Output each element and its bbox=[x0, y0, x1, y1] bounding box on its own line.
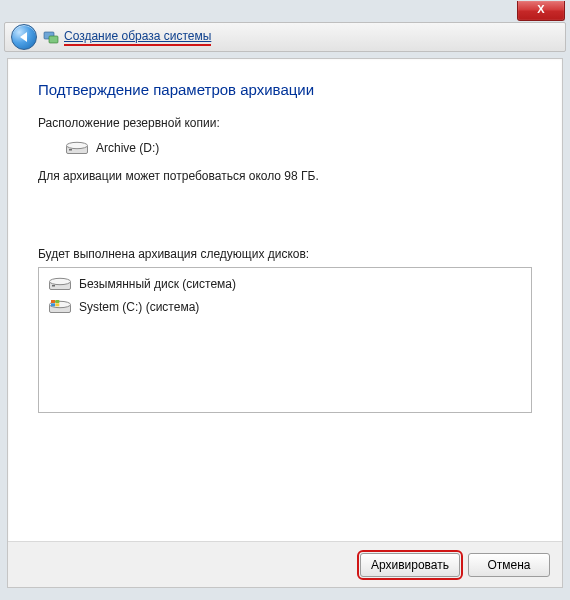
backup-drive-row: Archive (D:) bbox=[38, 140, 532, 155]
windows-drive-icon bbox=[49, 299, 71, 314]
close-icon: X bbox=[537, 3, 544, 15]
svg-rect-11 bbox=[55, 300, 59, 303]
svg-rect-10 bbox=[51, 300, 55, 303]
list-item[interactable]: Безымянный диск (система) bbox=[43, 272, 527, 295]
disk-name: Безымянный диск (система) bbox=[79, 277, 236, 291]
system-image-icon bbox=[43, 29, 59, 45]
titlebar: X bbox=[0, 0, 570, 22]
list-item[interactable]: System (C:) (система) bbox=[43, 295, 527, 318]
hard-drive-icon bbox=[49, 276, 71, 291]
button-bar: Архивировать Отмена bbox=[8, 541, 562, 587]
back-arrow-icon bbox=[20, 32, 27, 42]
svg-rect-12 bbox=[51, 303, 55, 306]
page-title: Подтверждение параметров архивации bbox=[38, 81, 532, 98]
svg-rect-4 bbox=[69, 149, 72, 151]
svg-rect-1 bbox=[49, 36, 58, 43]
window-frame: X Создание образа системы Подтверждение … bbox=[0, 0, 570, 600]
disk-list-label: Будет выполнена архивация следующих диск… bbox=[38, 247, 532, 261]
svg-rect-13 bbox=[55, 303, 59, 306]
svg-point-6 bbox=[50, 278, 71, 284]
back-button[interactable] bbox=[11, 24, 37, 50]
svg-point-3 bbox=[67, 142, 88, 148]
main-panel: Подтверждение параметров архивации Распо… bbox=[7, 58, 563, 588]
svg-rect-7 bbox=[52, 285, 55, 287]
close-button[interactable]: X bbox=[517, 1, 565, 21]
disk-name: System (C:) (система) bbox=[79, 300, 199, 314]
backup-size-estimate: Для архивации может потребоваться около … bbox=[38, 169, 532, 183]
disks-listbox[interactable]: Безымянный диск (система) System ( bbox=[38, 267, 532, 413]
content-area: Подтверждение параметров архивации Распо… bbox=[8, 59, 562, 413]
backup-drive-name: Archive (D:) bbox=[96, 141, 159, 155]
breadcrumb-link[interactable]: Создание образа системы bbox=[64, 29, 211, 46]
hard-drive-icon bbox=[66, 140, 88, 155]
header-bar: Создание образа системы bbox=[4, 22, 566, 52]
archive-button[interactable]: Архивировать bbox=[360, 553, 460, 577]
cancel-button[interactable]: Отмена bbox=[468, 553, 550, 577]
backup-location-label: Расположение резервной копии: bbox=[38, 116, 532, 130]
